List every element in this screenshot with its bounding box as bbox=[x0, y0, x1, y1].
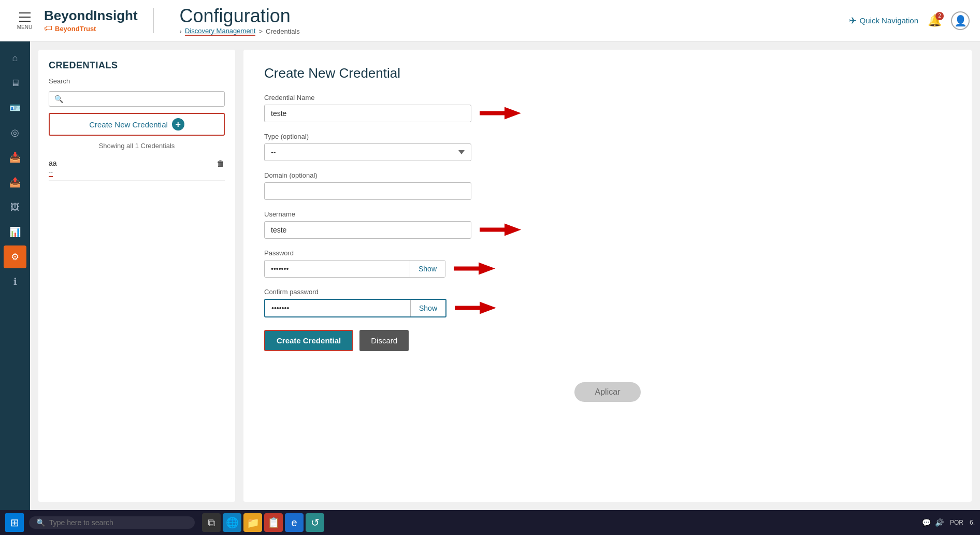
type-select[interactable]: -- Windows SSH SNMP bbox=[264, 143, 471, 161]
domain-group: Domain (optional) bbox=[264, 171, 951, 200]
confirm-password-input[interactable] bbox=[265, 300, 410, 316]
user-icon: 👤 bbox=[954, 15, 967, 27]
create-plus-icon: + bbox=[172, 118, 184, 131]
page-title-area: Configuration › Discovery Management > C… bbox=[169, 5, 849, 36]
password-group: Password Show bbox=[264, 249, 951, 278]
search-input[interactable] bbox=[67, 95, 219, 103]
breadcrumb-item2: Credentials bbox=[266, 27, 300, 35]
discard-button[interactable]: Discard bbox=[359, 330, 409, 351]
start-button[interactable]: ⊞ bbox=[5, 513, 24, 532]
svg-marker-3 bbox=[455, 302, 496, 314]
navigation-icon: ✈ bbox=[849, 15, 857, 26]
sidebar-item-user-upload[interactable]: 📥 bbox=[4, 146, 26, 169]
taskbar: ⊞ 🔍 ⧉ 🌐 📁 📋 e ↺ 💬 🔊 POR 6. bbox=[0, 510, 980, 535]
logo-icon: 🏷 bbox=[44, 24, 52, 33]
taskbar-spinner-button[interactable]: ↺ bbox=[306, 513, 324, 532]
taskbar-chat-icon: 💬 bbox=[922, 518, 931, 527]
sidebar-item-home[interactable]: ⌂ bbox=[4, 47, 26, 69]
confirm-password-label: Confirm password bbox=[264, 288, 951, 296]
taskbar-ie-button[interactable]: e bbox=[285, 513, 304, 532]
taskbar-numbers: 6. bbox=[970, 519, 975, 526]
logo-brand: BeyondTrust bbox=[55, 25, 96, 33]
credential-name-group: Credential Name bbox=[264, 94, 951, 122]
breadcrumb: › Discovery Management > Credentials bbox=[180, 27, 849, 36]
breadcrumb-link-1[interactable]: Discovery Management bbox=[185, 27, 256, 36]
left-nav: ⌂ 🖥 🪪 ◎ 📥 📤 🖼 📊 ⚙ ℹ bbox=[0, 41, 30, 510]
taskbar-search-icon: 🔍 bbox=[36, 518, 45, 527]
password-label: Password bbox=[264, 249, 951, 257]
arrow-password bbox=[454, 262, 495, 276]
user-avatar-button[interactable]: 👤 bbox=[951, 11, 970, 30]
sidebar-item-charts[interactable]: 📊 bbox=[4, 221, 26, 243]
taskbar-taskview-button[interactable]: ⧉ bbox=[202, 513, 221, 532]
taskbar-files-button[interactable]: 📁 bbox=[243, 513, 262, 532]
sidebar-item-settings[interactable]: ⚙ bbox=[4, 245, 26, 268]
confirm-password-show-button[interactable]: Show bbox=[410, 300, 445, 316]
taskbar-search-input[interactable] bbox=[49, 518, 184, 527]
domain-input[interactable] bbox=[264, 182, 471, 200]
logo-area: BeyondInsight 🏷 BeyondTrust bbox=[44, 8, 154, 33]
confirm-password-group: Confirm password Show bbox=[264, 288, 951, 317]
domain-label: Domain (optional) bbox=[264, 171, 951, 179]
username-row bbox=[264, 221, 951, 239]
create-new-credential-button[interactable]: Create New Credential + bbox=[49, 113, 225, 136]
content-area: CREDENTIALS Search 🔍 Create New Credenti… bbox=[30, 41, 980, 510]
header: MENU BeyondInsight 🏷 BeyondTrust Configu… bbox=[0, 0, 980, 41]
sidebar-item-id[interactable]: 🪪 bbox=[4, 96, 26, 119]
password-show-button[interactable]: Show bbox=[410, 261, 445, 277]
create-credential-button[interactable]: Create Credential bbox=[264, 330, 353, 351]
form-title: Create New Credential bbox=[264, 65, 951, 81]
sidebar-item-user-download[interactable]: 📤 bbox=[4, 171, 26, 194]
credentials-panel: CREDENTIALS Search 🔍 Create New Credenti… bbox=[38, 50, 235, 502]
quick-nav-button[interactable]: ✈ Quick Navigation bbox=[849, 15, 918, 26]
breadcrumb-sep0: › bbox=[180, 27, 182, 35]
header-right: ✈ Quick Navigation 🔔 2 👤 bbox=[849, 11, 970, 30]
form-panel: Create New Credential Credential Name Ty… bbox=[243, 50, 972, 502]
taskbar-lang: POR bbox=[950, 519, 963, 526]
notification-button[interactable]: 🔔 2 bbox=[928, 14, 942, 27]
taskbar-right: 💬 🔊 POR 6. bbox=[922, 518, 975, 527]
taskbar-apps: ⧉ 🌐 📁 📋 e ↺ bbox=[202, 513, 324, 532]
search-icon: 🔍 bbox=[54, 95, 63, 103]
delete-credential-button[interactable]: 🗑 bbox=[217, 159, 225, 168]
aplicar-button[interactable]: Aplicar bbox=[574, 382, 641, 402]
sidebar-item-info[interactable]: ℹ bbox=[4, 270, 26, 293]
password-field-row: Show bbox=[264, 260, 445, 278]
taskbar-sound-icon: 🔊 bbox=[935, 518, 944, 527]
sidebar-item-analytics[interactable]: ◎ bbox=[4, 121, 26, 144]
confirm-password-field-row: Show bbox=[264, 299, 446, 317]
username-input[interactable] bbox=[264, 221, 471, 239]
menu-label: MENU bbox=[17, 24, 32, 30]
search-box: 🔍 bbox=[49, 91, 225, 107]
form-actions: Create Credential Discard bbox=[264, 330, 951, 351]
username-group: Username bbox=[264, 210, 951, 239]
create-btn-label: Create New Credential bbox=[89, 120, 168, 129]
arrow-confirm-password bbox=[455, 301, 496, 315]
credential-type: -- bbox=[49, 169, 53, 177]
breadcrumb-sep1: > bbox=[258, 27, 263, 35]
taskbar-clipboard-button[interactable]: 📋 bbox=[264, 513, 283, 532]
password-row-wrapper: Show bbox=[264, 260, 951, 278]
confirm-password-row-wrapper: Show bbox=[264, 299, 951, 317]
password-input[interactable] bbox=[265, 261, 410, 277]
taskbar-edge-button[interactable]: 🌐 bbox=[223, 513, 241, 532]
svg-marker-2 bbox=[454, 263, 495, 275]
menu-button[interactable]: MENU bbox=[10, 11, 39, 30]
type-label: Type (optional) bbox=[264, 133, 951, 140]
sidebar-item-desktop[interactable]: 🖥 bbox=[4, 71, 26, 94]
credential-name: aa bbox=[49, 159, 57, 167]
showing-count: Showing all 1 Credentials bbox=[49, 142, 225, 150]
svg-marker-0 bbox=[480, 107, 521, 120]
credential-name-row bbox=[264, 105, 951, 122]
quick-nav-label: Quick Navigation bbox=[860, 16, 918, 25]
type-group: Type (optional) -- Windows SSH SNMP bbox=[264, 133, 951, 161]
main-layout: ⌂ 🖥 🪪 ◎ 📥 📤 🖼 📊 ⚙ ℹ CREDENTIALS Search 🔍… bbox=[0, 41, 980, 510]
credentials-title: CREDENTIALS bbox=[49, 60, 225, 71]
credential-list-item: aa -- 🗑 bbox=[49, 156, 225, 181]
windows-icon: ⊞ bbox=[10, 516, 19, 529]
svg-marker-1 bbox=[480, 224, 521, 236]
username-label: Username bbox=[264, 210, 951, 218]
sidebar-item-images[interactable]: 🖼 bbox=[4, 196, 26, 219]
logo-title: BeyondInsight bbox=[44, 8, 138, 24]
credential-name-input[interactable] bbox=[264, 105, 471, 122]
